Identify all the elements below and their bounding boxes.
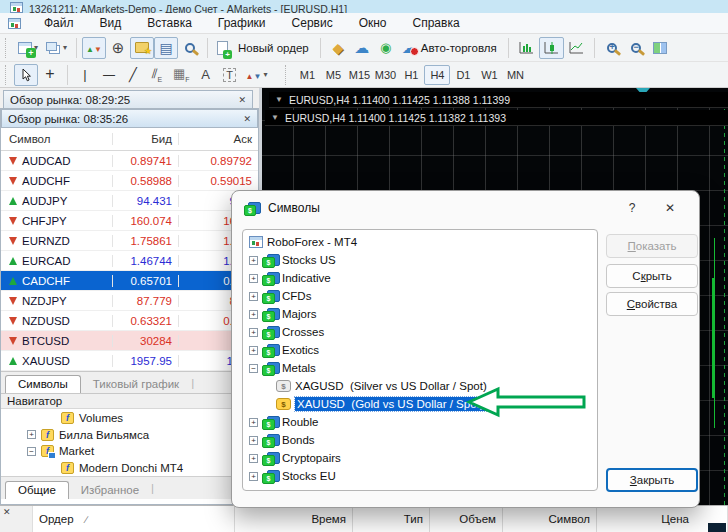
navigator-toggle[interactable]: [130, 37, 154, 59]
navigator-item-market[interactable]: Market: [1, 443, 258, 460]
tree-item-cryptopairs[interactable]: Cryptopairs: [243, 449, 597, 467]
candlestick-mode-button[interactable]: [539, 37, 564, 59]
navigator-caption[interactable]: Навигатор: [1, 393, 258, 409]
toolbar-grip[interactable]: [5, 38, 10, 58]
navigator-item-bill-williams[interactable]: Билла Вильямса: [1, 427, 258, 444]
expand-icon[interactable]: [249, 346, 258, 355]
timeframe-h1[interactable]: H1: [398, 65, 424, 85]
chart-window-back-header[interactable]: ▼ EURUSD,H4 1.11400 1.11425 1.11388 1.11…: [269, 92, 728, 108]
timeframe-m30[interactable]: M30: [372, 65, 398, 85]
data-window-button[interactable]: [106, 37, 130, 59]
tab-tick-chart[interactable]: Тиковый график: [81, 376, 191, 393]
tree-item-cfds[interactable]: CFDs: [243, 287, 597, 305]
navigator-item-modern-donchi[interactable]: Modern Donchi MT4: [1, 460, 258, 477]
dialog-titlebar[interactable]: Символы ? ✕: [232, 191, 699, 225]
profiles-button[interactable]: ▾: [42, 37, 71, 59]
table-row[interactable]: AUDJPY94.43194.4: [1, 191, 258, 211]
horizontal-line-tool[interactable]: [97, 64, 121, 86]
new-chart-button[interactable]: ▾: [14, 37, 42, 59]
timeframe-m15[interactable]: M15: [346, 65, 372, 85]
strategy-tester-button[interactable]: [178, 37, 202, 59]
tree-item-bonds[interactable]: Bonds: [243, 431, 597, 449]
expand-icon[interactable]: [249, 292, 258, 301]
tree-item-crosses[interactable]: Crosses: [243, 323, 597, 341]
market-watch-caption[interactable]: Обзор рынка: 08:35:26 ✕: [1, 109, 258, 128]
hide-button[interactable]: Скрыть: [606, 264, 698, 288]
close-icon[interactable]: ✕: [3, 507, 11, 517]
table-row[interactable]: NZDUSD0.633210.633: [1, 311, 258, 331]
properties-button[interactable]: Свойства: [606, 292, 698, 316]
arrows-tool[interactable]: ▾: [242, 64, 272, 86]
table-row[interactable]: XAUUSD1957.951958: [1, 351, 258, 371]
expand-icon[interactable]: [249, 472, 258, 481]
table-row[interactable]: CHFJPY160.074160.1: [1, 211, 258, 231]
new-order-button[interactable]: Новый ордер: [213, 37, 315, 59]
column-type[interactable]: Тип: [353, 506, 430, 532]
table-row[interactable]: EURCAD1.467441.467: [1, 251, 258, 271]
tree-item-stocks-us[interactable]: Stocks US: [243, 251, 597, 269]
community-button[interactable]: [350, 37, 374, 59]
table-row[interactable]: AUDCHF0.589880.59015: [1, 171, 258, 191]
tree-item-metals[interactable]: Metals: [243, 359, 597, 377]
navigator-item-volumes[interactable]: Volumes: [1, 410, 258, 427]
menu-view[interactable]: Вид: [87, 14, 135, 32]
menu-help[interactable]: Справка: [400, 14, 473, 32]
table-row-selected[interactable]: CADCHF0.657010.657: [1, 271, 258, 291]
close-button[interactable]: Закрыть: [606, 468, 698, 492]
collapse-icon[interactable]: [249, 364, 258, 373]
table-row[interactable]: AUDCAD0.897410.89792: [1, 151, 258, 171]
column-order[interactable]: Ордер∕: [33, 506, 235, 532]
column-volume[interactable]: Объем: [430, 506, 503, 532]
terminal-toggle[interactable]: [154, 37, 178, 59]
menu-insert[interactable]: Вставка: [134, 14, 205, 32]
crosshair-tool-button[interactable]: [38, 64, 62, 86]
expand-icon[interactable]: [27, 430, 36, 439]
timeframe-m1[interactable]: M1: [294, 65, 320, 85]
table-row[interactable]: EURNZD1.758611.759: [1, 231, 258, 251]
metaeditor-button[interactable]: [326, 37, 350, 59]
line-chart-mode-button[interactable]: [564, 37, 589, 59]
toolbar-grip[interactable]: [285, 65, 290, 85]
timeframe-d1[interactable]: D1: [450, 65, 476, 85]
menu-file[interactable]: Файл: [31, 14, 87, 32]
column-time[interactable]: Время: [235, 506, 353, 532]
collapse-icon[interactable]: [27, 447, 36, 456]
news-button[interactable]: [374, 37, 398, 59]
text-tool[interactable]: [194, 64, 218, 86]
expand-icon[interactable]: [249, 418, 258, 427]
expand-icon[interactable]: [249, 436, 258, 445]
zoom-out-button[interactable]: [624, 37, 648, 59]
chart-window-front-header[interactable]: ▼ EURUSD,H4 1.11400 1.11425 1.11382 1.11…: [265, 110, 728, 126]
expand-icon[interactable]: [249, 274, 258, 283]
tree-item-server[interactable]: RoboForex - MT4: [243, 233, 597, 251]
tree-item-indicative[interactable]: Indicative: [243, 269, 597, 287]
column-symbol[interactable]: Символ: [1, 133, 113, 145]
table-row[interactable]: BTCUSD30284302: [1, 331, 258, 351]
timeframe-w1[interactable]: W1: [476, 65, 502, 85]
zoom-in-button[interactable]: [600, 37, 624, 59]
tab-favorites[interactable]: Избранное: [69, 482, 151, 499]
timeframe-h4[interactable]: H4: [424, 65, 450, 85]
tile-windows-button[interactable]: [648, 37, 672, 59]
column-ask[interactable]: Аск: [179, 133, 258, 145]
text-label-tool[interactable]: [218, 64, 242, 86]
menu-tools[interactable]: Сервис: [279, 14, 346, 32]
column-symbol[interactable]: Символ: [503, 506, 597, 532]
auto-trading-button[interactable]: Авто-торговля: [398, 37, 503, 59]
tab-symbols[interactable]: Символы: [5, 375, 81, 393]
bar-chart-mode-button[interactable]: [514, 37, 539, 59]
show-button[interactable]: Показать: [606, 234, 698, 258]
market-watch-back-caption[interactable]: Обзор рынка: 08:29:25 ✕: [3, 90, 253, 109]
expand-icon[interactable]: [249, 310, 258, 319]
menu-charts[interactable]: Графики: [205, 14, 279, 32]
help-icon[interactable]: ?: [617, 201, 647, 215]
expand-icon[interactable]: [249, 454, 258, 463]
cursor-tool-button[interactable]: [14, 64, 38, 86]
timeframe-mn[interactable]: MN: [502, 65, 528, 85]
tab-common[interactable]: Общие: [5, 481, 69, 499]
timeframe-m5[interactable]: M5: [320, 65, 346, 85]
menu-window[interactable]: Окно: [346, 14, 400, 32]
column-bid[interactable]: Бид: [113, 133, 179, 145]
window-titlebar[interactable]: 13261211: AMarkets-Demo - Демо Счет - AM…: [0, 0, 728, 13]
tree-item-exotics[interactable]: Exotics: [243, 341, 597, 359]
